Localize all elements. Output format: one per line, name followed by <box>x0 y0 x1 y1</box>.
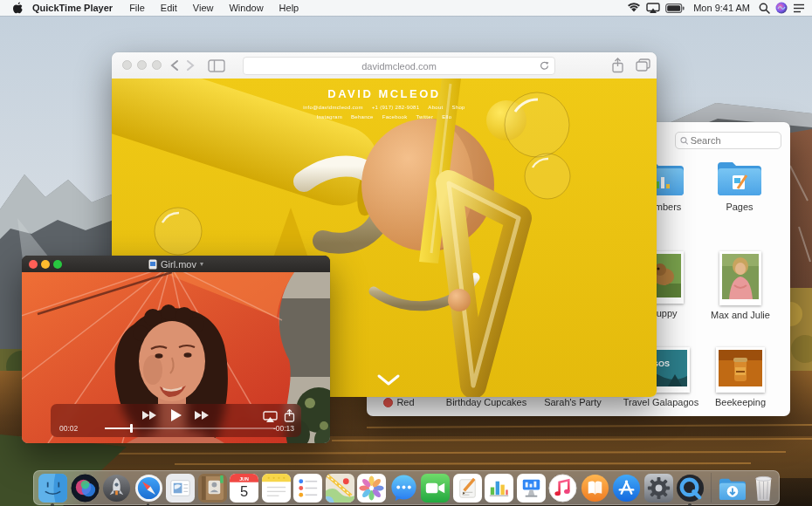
close-button[interactable] <box>122 60 132 70</box>
dock-icon-messages[interactable] <box>389 474 418 503</box>
timeline-elapsed-track <box>105 427 130 429</box>
dock-icon-notes[interactable] <box>262 474 291 503</box>
dock-icon-downloads[interactable] <box>717 474 746 503</box>
fast-forward-button[interactable] <box>195 410 210 421</box>
reload-icon[interactable] <box>540 61 549 71</box>
finder-item-label: Travel Galapagos <box>623 397 698 407</box>
zoom-button[interactable] <box>152 60 162 70</box>
share-icon[interactable] <box>611 58 624 73</box>
menu-edit[interactable]: Edit <box>153 3 185 13</box>
quicktime-controls: 00:02 -00:13 <box>51 404 301 437</box>
dock-icon-keynote[interactable] <box>517 474 546 503</box>
minimize-button[interactable] <box>137 60 147 70</box>
menu-bar: QuickTime Player File Edit View Window H… <box>0 0 812 16</box>
zoom-button[interactable] <box>53 260 62 269</box>
airplay-button[interactable] <box>263 411 278 422</box>
dock-icon-mail[interactable] <box>166 474 195 503</box>
scroll-down-chevron-icon[interactable] <box>375 373 402 386</box>
menu-file[interactable]: File <box>121 3 153 13</box>
dock-icon-siri[interactable] <box>71 474 100 503</box>
dock-icon-numbers[interactable] <box>485 474 513 503</box>
search-icon <box>680 136 689 146</box>
chevron-down-icon[interactable]: ▾ <box>200 260 203 268</box>
dock-icon-safari[interactable] <box>134 474 163 503</box>
timeline-scrubber[interactable] <box>105 427 276 429</box>
finder-item-beekeeping[interactable]: Beekeeping <box>712 347 768 407</box>
notification-center-icon[interactable] <box>793 3 805 13</box>
quicktime-titlebar: Girl.mov ▾ <box>22 256 330 272</box>
sidebar-toggle-icon[interactable] <box>208 59 225 72</box>
address-text: davidmcleod.com <box>361 61 437 72</box>
dock: JUN5 <box>33 470 780 505</box>
shop-link[interactable]: Shop <box>451 105 464 110</box>
menu-help[interactable]: Help <box>272 3 307 13</box>
dock-icon-system-preferences[interactable] <box>644 474 673 503</box>
dock-icon-finder[interactable] <box>38 474 67 503</box>
svg-text:5: 5 <box>240 483 248 499</box>
back-button[interactable] <box>169 59 180 72</box>
menu-app-name[interactable]: QuickTime Player <box>27 3 121 13</box>
page-social-links: Instagram Behance Facebook Twitter Ello <box>112 114 657 120</box>
page-title: DAVID MCLEOD <box>112 87 657 100</box>
share-button[interactable] <box>284 409 295 422</box>
desktop: Numbers Pages Puppy Max and Julie <box>0 0 812 506</box>
finder-item-label: Max and Julie <box>711 310 770 320</box>
about-link[interactable]: About <box>428 105 443 110</box>
finder-item-photo-max-and-julie[interactable]: Max and Julie <box>714 251 767 320</box>
movie-file-icon <box>148 259 157 270</box>
menu-window[interactable]: Window <box>221 3 271 13</box>
spotlight-icon[interactable] <box>759 3 770 14</box>
dock-icon-itunes[interactable] <box>548 474 577 503</box>
quicktime-window[interactable]: Girl.mov ▾ <box>22 256 330 443</box>
siri-icon[interactable] <box>775 2 788 14</box>
dock-icon-trash[interactable] <box>749 474 778 503</box>
contact-phone: +1 (917) 282-9081 <box>372 105 420 110</box>
tabs-overview-icon[interactable] <box>636 58 650 72</box>
wifi-status-icon[interactable] <box>627 3 641 13</box>
close-button[interactable] <box>29 260 38 269</box>
menu-view[interactable]: View <box>185 3 222 13</box>
finder-item-label: Beekeeping <box>715 397 766 407</box>
dock-icon-launchpad[interactable] <box>102 474 131 503</box>
dock-icon-ibooks[interactable] <box>581 474 609 503</box>
folder-icon <box>716 159 763 197</box>
dock-icon-maps[interactable] <box>326 474 354 503</box>
dock-icon-calendar[interactable]: JUN5 <box>230 474 258 503</box>
apple-menu-icon[interactable] <box>0 2 27 14</box>
twitter-link[interactable]: Twitter <box>416 114 433 120</box>
finder-item-folder-pages[interactable]: Pages <box>711 159 768 212</box>
contact-email-link[interactable]: info@davidmcleod.com <box>303 105 362 110</box>
rewind-button[interactable] <box>142 410 158 421</box>
window-title[interactable]: Girl.mov <box>161 259 196 270</box>
elapsed-time: 00:02 <box>59 424 78 433</box>
instagram-link[interactable]: Instagram <box>317 114 342 120</box>
page-contact-links: info@davidmcleod.com +1 (917) 282-9081 A… <box>112 105 657 110</box>
address-bar[interactable]: davidmcleod.com <box>243 57 555 75</box>
behance-link[interactable]: Behance <box>351 114 374 120</box>
menu-bar-clock[interactable]: Mon 9:41 AM <box>690 3 754 13</box>
finder-search-input[interactable] <box>689 134 776 147</box>
facebook-link[interactable]: Facebook <box>382 114 408 120</box>
dock-icon-reminders[interactable] <box>293 474 322 503</box>
dock-icon-contacts[interactable] <box>198 474 227 503</box>
playhead[interactable] <box>130 424 133 433</box>
dock-icon-quicktime[interactable] <box>676 474 705 503</box>
safari-toolbar: davidmcleod.com <box>112 52 657 79</box>
battery-status-icon[interactable] <box>665 3 685 13</box>
dock-icon-pages[interactable] <box>453 474 482 503</box>
forward-button[interactable] <box>185 59 196 72</box>
airplay-display-status-icon[interactable] <box>646 3 660 13</box>
minimize-button[interactable] <box>41 260 50 269</box>
finder-search-field[interactable] <box>675 132 781 149</box>
page-header: DAVID MCLEOD info@davidmcleod.com +1 (91… <box>112 87 657 120</box>
finder-item-label: Birthday Cupcakes <box>446 397 526 407</box>
ello-link[interactable]: Ello <box>442 114 451 120</box>
dock-icon-facetime[interactable] <box>421 474 450 503</box>
dock-icon-app-store[interactable] <box>612 474 641 503</box>
photo-thumbnail <box>719 251 761 305</box>
photo-thumbnail <box>716 347 765 393</box>
play-button[interactable] <box>170 408 182 422</box>
dock-icon-photos[interactable] <box>357 474 386 503</box>
svg-text:JUN: JUN <box>239 475 249 481</box>
finder-item-label: Pages <box>726 202 753 212</box>
